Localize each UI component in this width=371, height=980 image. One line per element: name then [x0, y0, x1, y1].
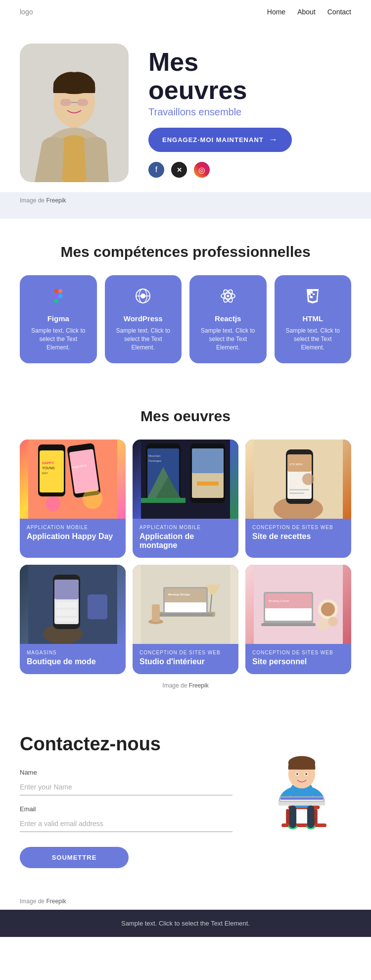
hire-me-label: ENGAGEZ-MOI MAINTENANT	[162, 136, 264, 144]
skill-html-desc: Sample text. Click to select the Text El…	[282, 327, 344, 351]
portfolio-img-mountain: Mountain Packages	[133, 440, 238, 519]
portfolio-img-recipes: SITE MENU	[245, 440, 351, 519]
svg-rect-73	[152, 604, 160, 622]
email-label: Email	[20, 805, 232, 813]
instagram-icon[interactable]: ◎	[194, 162, 210, 178]
svg-point-51	[302, 473, 314, 485]
skills-section: Mes compétences professionnelles Figma S…	[0, 219, 371, 383]
svg-rect-38	[141, 498, 186, 503]
social-links: f ✕ ◎	[148, 162, 351, 178]
svg-text:YOUNG: YOUNG	[42, 466, 55, 470]
portfolio-info-mountain: APPLICATION MOBILE Application de montag…	[133, 519, 238, 558]
portfolio-tag-4: CONCEPTION DE SITES WEB	[139, 650, 232, 655]
svg-point-83	[328, 617, 338, 627]
portfolio-info-personal: CONCEPTION DE SITES WEB Site personnel	[245, 644, 351, 674]
svg-rect-92	[280, 797, 323, 800]
portfolio-name-1: Application de montagne	[139, 532, 232, 550]
portfolio-name-0: Application Happy Day	[27, 532, 119, 541]
skill-wp-name: WordPress	[124, 314, 163, 323]
hero-section: Mes oeuvres Travaillons ensemble ENGAGEZ…	[0, 24, 371, 192]
skill-html-name: HTML	[302, 314, 323, 323]
skill-figma: Figma Sample text. Click to select the T…	[20, 275, 97, 363]
portfolio-grid: HAPPY YOUNG DAY Application APPLICATION …	[20, 440, 351, 674]
svg-point-82	[317, 618, 329, 630]
portfolio-card-mountain[interactable]: Mountain Packages APPLICATION MOBILE App…	[133, 440, 238, 558]
portfolio-name-2: Site de recettes	[252, 532, 344, 541]
svg-point-13	[58, 294, 62, 298]
svg-rect-59	[56, 602, 77, 608]
svg-rect-52	[289, 489, 309, 490]
portfolio-section: Mes oeuvres HAPPY YOUNG DAY Application	[0, 383, 371, 704]
name-label: Name	[20, 769, 232, 776]
svg-rect-6	[60, 99, 71, 106]
svg-rect-7	[77, 99, 88, 106]
contact-illustration	[252, 734, 351, 833]
portfolio-card-recipes[interactable]: SITE MENU CONCEPTION DE SITES WEB Site d…	[245, 440, 351, 558]
hero-subtitle: Travaillons ensemble	[148, 106, 351, 118]
portfolio-card-personal[interactable]: Booking Corner CONCEPTION DE SITES WEB S…	[245, 565, 351, 674]
contact-credit: Image de Freepik	[0, 898, 371, 910]
svg-rect-79	[261, 623, 316, 626]
skill-figma-desc: Sample text. Click to select the Text El…	[28, 327, 89, 351]
svg-rect-102	[307, 806, 315, 828]
freepik-link-hero[interactable]: Freepik	[46, 197, 66, 204]
svg-rect-62	[88, 594, 107, 619]
portfolio-img-personal: Booking Corner	[245, 565, 351, 644]
svg-rect-87	[281, 824, 326, 827]
freepik-link-portfolio[interactable]: Freepik	[189, 682, 209, 689]
hire-me-button[interactable]: ENGAGEZ-MOI MAINTENANT →	[148, 128, 292, 152]
svg-rect-58	[54, 580, 79, 599]
html-icon	[304, 287, 322, 309]
svg-point-81	[321, 602, 335, 616]
svg-rect-43	[192, 448, 224, 473]
skills-title: Mes compétences professionnelles	[20, 244, 351, 260]
svg-text:Packages: Packages	[148, 459, 161, 462]
facebook-icon[interactable]: f	[148, 162, 164, 178]
svg-rect-60	[56, 610, 77, 616]
portfolio-credit: Image de Freepik	[20, 682, 351, 689]
skills-grid: Figma Sample text. Click to select the T…	[20, 275, 351, 363]
nav-about[interactable]: About	[297, 8, 316, 16]
svg-rect-61	[56, 618, 77, 622]
svg-text:Mockup Design: Mockup Design	[168, 593, 190, 596]
name-field-group: Name	[20, 769, 232, 795]
portfolio-tag-0: APPLICATION MOBILE	[27, 525, 119, 530]
portfolio-info-boutique: MAGASINS Boutique de mode	[20, 644, 126, 674]
hero-credit: Image de Freepik	[0, 197, 371, 214]
name-input[interactable]	[20, 779, 232, 795]
svg-rect-10	[58, 289, 62, 293]
hero-title: Mes oeuvres	[148, 48, 351, 104]
hero-content: Mes oeuvres Travaillons ensemble ENGAGEZ…	[148, 48, 351, 178]
portfolio-info-happy-day: APPLICATION MOBILE Application Happy Day	[20, 519, 126, 549]
portfolio-card-boutique[interactable]: MAGASINS Boutique de mode	[20, 565, 126, 674]
nav-home[interactable]: Home	[267, 8, 285, 16]
portfolio-card-studio[interactable]: Mockup Design CONCEPTION DE SITES WEB St…	[133, 565, 238, 674]
navbar: logo Home About Contact	[0, 0, 371, 24]
portfolio-tag-2: CONCEPTION DE SITES WEB	[252, 525, 344, 530]
figma-icon	[49, 287, 67, 309]
svg-text:SITE MENU: SITE MENU	[289, 463, 303, 466]
footer: Sample text. Click to select the Text El…	[0, 910, 371, 937]
svg-rect-71	[158, 613, 213, 616]
twitter-x-icon[interactable]: ✕	[171, 162, 187, 178]
nav-contact[interactable]: Contact	[327, 8, 351, 16]
svg-text:Mountain: Mountain	[148, 454, 161, 457]
submit-button[interactable]: SOUMETTRE	[20, 847, 129, 868]
email-input[interactable]	[20, 816, 232, 832]
freepik-link-contact[interactable]: Freepik	[46, 898, 66, 905]
portfolio-name-3: Boutique de mode	[27, 657, 119, 666]
contact-section: Contactez-nous Name Email SOUMETTRE	[0, 704, 371, 888]
arrow-icon: →	[269, 135, 278, 145]
hero-image	[20, 44, 129, 182]
portfolio-name-4: Studio d'intérieur	[139, 657, 232, 666]
wordpress-icon	[134, 287, 152, 309]
svg-rect-44	[197, 482, 219, 486]
portfolio-img-happy-day: HAPPY YOUNG DAY Application	[20, 440, 126, 519]
skill-react: Reactjs Sample text. Click to select the…	[189, 275, 267, 363]
contact-title: Contactez-nous	[20, 734, 232, 755]
svg-text:HAPPY: HAPPY	[42, 461, 54, 465]
portfolio-tag-5: CONCEPTION DE SITES WEB	[252, 650, 344, 655]
portfolio-card-happy-day[interactable]: HAPPY YOUNG DAY Application APPLICATION …	[20, 440, 126, 558]
contact-form: Contactez-nous Name Email SOUMETTRE	[20, 734, 232, 868]
skill-wp-desc: Sample text. Click to select the Text El…	[113, 327, 174, 351]
